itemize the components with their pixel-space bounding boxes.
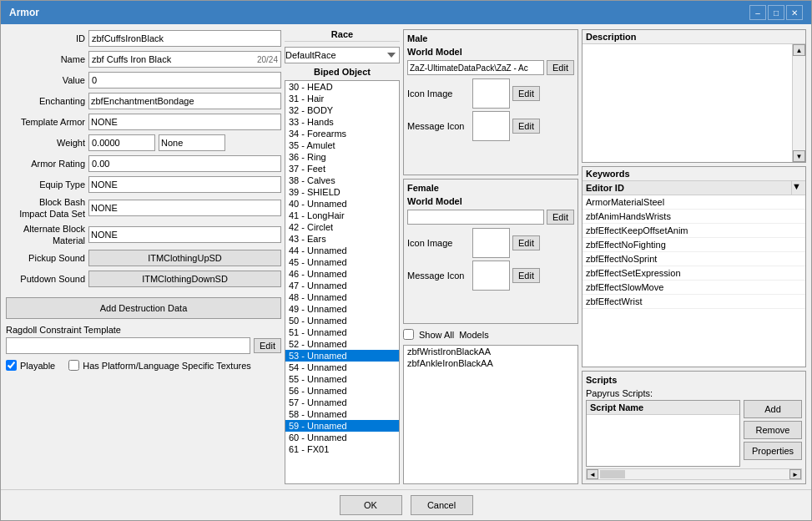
biped-item[interactable]: 45 - Unnamed [285, 256, 399, 268]
pickup-sound-button[interactable]: ITMClothingUpSD [88, 250, 281, 266]
biped-item[interactable]: 56 - Unnamed [285, 385, 399, 397]
biped-item[interactable]: 61 - FX01 [285, 443, 399, 455]
putdown-sound-button[interactable]: ITMClothingDownSD [88, 271, 281, 287]
ragdoll-edit-button[interactable]: Edit [254, 338, 281, 353]
checkboxes-row: Playable Has Platform/Language Specific … [6, 360, 281, 371]
show-all-checkbox[interactable] [403, 329, 414, 340]
properties-script-button[interactable]: Properties [744, 442, 802, 460]
alternate-block-label: Alternate Block Material [6, 223, 85, 247]
models-list-item[interactable]: zbfAnkleIronBlackAA [404, 357, 577, 369]
race-select[interactable]: DefaultRace [285, 47, 400, 63]
biped-item[interactable]: 40 - Unnamed [285, 198, 399, 210]
biped-item[interactable]: 39 - SHIELD [285, 186, 399, 198]
alternate-material-select[interactable]: NONE [88, 226, 281, 243]
description-header: Description [583, 30, 805, 44]
value-label: Value [6, 75, 85, 85]
biped-item[interactable]: 30 - HEAD [285, 81, 399, 93]
keywords-list[interactable]: Editor ID ▼ ArmorMaterialSteelzbfAnimHan… [583, 181, 805, 367]
add-destruction-button[interactable]: Add Destruction Data [6, 297, 281, 319]
biped-item[interactable]: 33 - Hands [285, 116, 399, 128]
ragdoll-input[interactable] [6, 337, 250, 354]
close-button[interactable]: ✕ [786, 5, 803, 20]
biped-item[interactable]: 48 - Unnamed [285, 291, 399, 303]
biped-item[interactable]: 38 - Calves [285, 175, 399, 186]
keyword-item[interactable]: zbfEffectNoFighting [583, 238, 805, 252]
biped-item[interactable]: 50 - Unnamed [285, 315, 399, 326]
biped-item[interactable]: 34 - Forearms [285, 128, 399, 139]
biped-item[interactable]: 42 - Circlet [285, 221, 399, 233]
name-count: 20/24 [255, 55, 280, 64]
biped-item[interactable]: 57 - Unnamed [285, 397, 399, 408]
models-list[interactable]: zbfWristIronBlackAAzbfAnkleIronBlackAA [403, 345, 578, 484]
biped-item[interactable]: 31 - Hair [285, 93, 399, 104]
minimize-button[interactable]: – [749, 5, 766, 20]
description-scrollbar: ▲ ▼ [792, 44, 805, 162]
female-message-edit-button[interactable]: Edit [512, 268, 540, 283]
id-input[interactable] [88, 30, 281, 47]
weight-input[interactable] [88, 134, 155, 151]
female-world-model-edit-button[interactable]: Edit [547, 210, 574, 225]
block-bash-select[interactable]: NONE [88, 200, 281, 216]
biped-item[interactable]: 37 - Feet [285, 163, 399, 175]
name-input[interactable] [89, 52, 255, 67]
remove-script-button[interactable]: Remove [744, 421, 802, 439]
biped-item[interactable]: 52 - Unnamed [285, 338, 399, 350]
cancel-button[interactable]: Cancel [411, 495, 473, 515]
male-message-edit-button[interactable]: Edit [512, 119, 540, 134]
keyword-item[interactable]: zbfEffectSetExpression [583, 266, 805, 281]
biped-item[interactable]: 54 - Unnamed [285, 362, 399, 373]
value-input[interactable] [88, 72, 281, 89]
keyword-item[interactable]: zbfEffectNoSprint [583, 252, 805, 266]
keyword-item[interactable]: zbfEffectWrist [583, 295, 805, 309]
male-icon-edit-button[interactable]: Edit [512, 86, 540, 101]
biped-item[interactable]: 46 - Unnamed [285, 268, 399, 280]
keyword-item[interactable]: zbfEffectSlowMove [583, 281, 805, 295]
male-path-row: Edit [407, 60, 574, 75]
biped-item[interactable]: 36 - Ring [285, 151, 399, 163]
biped-item[interactable]: 53 - Unnamed [285, 350, 399, 362]
race-biped-panel: Race DefaultRace Biped Object 30 - HEAD3… [285, 29, 400, 484]
enchanting-select[interactable]: zbfEnchantmentBondage [88, 93, 281, 109]
female-world-model-input[interactable] [407, 210, 544, 225]
biped-item[interactable]: 49 - Unnamed [285, 303, 399, 315]
biped-item[interactable]: 43 - Ears [285, 233, 399, 245]
female-message-row: Message Icon Edit [407, 260, 574, 291]
female-icon-edit-button[interactable]: Edit [512, 235, 540, 250]
female-path-row: Edit [407, 210, 574, 225]
scripts-header: Scripts [586, 375, 802, 385]
weight-type-select[interactable]: None [159, 134, 225, 151]
biped-item[interactable]: 47 - Unnamed [285, 280, 399, 291]
scripts-scroll-left[interactable]: ◄ [587, 469, 598, 479]
armor-rating-input[interactable] [88, 155, 281, 172]
keyword-item[interactable]: zbfEffectKeepOffsetAnim [583, 224, 805, 238]
scripts-list[interactable]: Script Name [586, 400, 740, 467]
biped-item[interactable]: 41 - LongHair [285, 210, 399, 221]
maximize-button[interactable]: □ [768, 5, 784, 20]
biped-item[interactable]: 51 - Unnamed [285, 326, 399, 338]
biped-item[interactable]: 60 - Unnamed [285, 432, 399, 443]
biped-item[interactable]: 59 - Unnamed [285, 420, 399, 432]
male-world-model-input[interactable] [407, 60, 544, 75]
playable-checkbox[interactable] [6, 360, 17, 371]
biped-item[interactable]: 32 - BODY [285, 104, 399, 116]
ok-button[interactable]: OK [340, 495, 402, 515]
desc-scroll-down[interactable]: ▼ [793, 150, 805, 162]
platform-checkbox[interactable] [68, 360, 79, 371]
desc-scroll-up[interactable]: ▲ [793, 44, 805, 56]
biped-item[interactable]: 44 - Unnamed [285, 245, 399, 256]
models-list-item[interactable]: zbfWristIronBlackAA [404, 346, 577, 357]
biped-item[interactable]: 58 - Unnamed [285, 408, 399, 420]
description-content[interactable] [583, 44, 792, 162]
scripts-scroll-right[interactable]: ► [789, 469, 801, 479]
biped-item[interactable]: 55 - Unnamed [285, 373, 399, 385]
playable-checkbox-label: Playable [6, 360, 55, 371]
biped-item[interactable]: 35 - Amulet [285, 139, 399, 151]
add-script-button[interactable]: Add [744, 400, 802, 418]
name-row: Name 20/24 [6, 50, 281, 68]
male-world-model-edit-button[interactable]: Edit [547, 60, 574, 75]
keyword-item[interactable]: ArmorMaterialSteel [583, 195, 805, 210]
biped-list[interactable]: 30 - HEAD31 - Hair32 - BODY33 - Hands34 … [285, 80, 400, 484]
equip-type-select[interactable]: NONE [88, 176, 281, 193]
keyword-item[interactable]: zbfAnimHandsWrists [583, 210, 805, 224]
template-select[interactable]: NONE [88, 114, 281, 130]
